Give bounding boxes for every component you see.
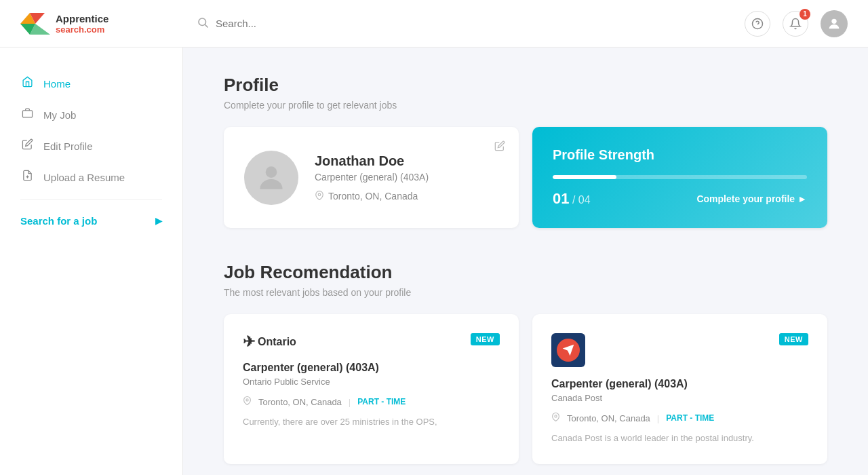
myjob-label: My Job	[43, 109, 76, 121]
job-title-2: Carpenter (general) (403A)	[551, 378, 808, 390]
job-description: Currently, there are over 25 ministries …	[243, 415, 500, 429]
complete-profile-link[interactable]: Complete your profile ►	[696, 193, 807, 204]
job-type-2: PART - TIME	[666, 413, 714, 423]
strength-progress-fill	[553, 175, 616, 179]
svg-point-8	[831, 18, 836, 23]
logo[interactable]: Apprentice search.com	[20, 9, 197, 39]
job-meta-2: Toronto, ON, Canada | PART - TIME	[551, 413, 808, 423]
profile-section: Profile Complete your profile to get rel…	[224, 75, 827, 228]
sidebar-item-searchjob[interactable]: Search for a job ▶	[0, 207, 182, 235]
sidebar-item-uploadresume[interactable]: Upload a Resume	[0, 162, 182, 193]
notifications-button[interactable]: 1	[783, 11, 808, 37]
profile-edit-button[interactable]	[494, 140, 505, 154]
strength-title: Profile Strength	[553, 147, 807, 163]
profile-strength-card: Profile Strength 01 / 04 Complete your p…	[532, 127, 827, 228]
search-input[interactable]	[216, 18, 536, 29]
svg-point-14	[246, 399, 248, 401]
job-location-icon-2	[551, 413, 560, 423]
user-profile-card: Jonathan Doe Carpenter (general) (403A) …	[224, 127, 519, 228]
job-location-icon	[243, 396, 252, 407]
job-title: Carpenter (general) (403A)	[243, 362, 500, 374]
editprofile-label: Edit Profile	[43, 140, 93, 152]
ontario-logo: ✈ Ontario	[243, 333, 296, 351]
jobs-row: ✈ Ontario NEW Carpenter (general) (403A)…	[224, 314, 827, 464]
new-badge-2: NEW	[779, 333, 808, 345]
help-button[interactable]	[745, 11, 770, 37]
sidebar: Home My Job Edit Profile	[0, 48, 183, 475]
strength-footer: 01 / 04 Complete your profile ►	[553, 190, 807, 208]
briefcase-icon	[20, 107, 34, 122]
user-role: Carpenter (general) (403A)	[315, 172, 498, 183]
edit-icon	[20, 138, 34, 153]
main-content: Profile Complete your profile to get rel…	[183, 48, 868, 475]
avatar-icon	[254, 161, 288, 195]
strength-progress-bar	[553, 175, 807, 179]
user-name: Jonathan Doe	[315, 153, 498, 169]
avatar	[244, 151, 298, 205]
file-icon	[20, 170, 34, 185]
layout: Home My Job Edit Profile	[0, 48, 868, 475]
search-container	[197, 16, 536, 31]
canada-post-logo	[551, 333, 585, 367]
job-type: PART - TIME	[357, 397, 406, 406]
arrow-right-icon: ▶	[155, 216, 162, 226]
header-actions: 1	[745, 10, 848, 37]
canada-post-icon	[557, 339, 580, 362]
jobs-subtitle: The most relevant jobs based on your pro…	[224, 287, 827, 298]
profile-row: Jonathan Doe Carpenter (general) (403A) …	[224, 127, 827, 228]
ontario-icon: ✈	[243, 333, 255, 351]
logo-icon	[20, 9, 50, 39]
job-card-canada-post[interactable]: NEW Carpenter (general) (403A) Canada Po…	[532, 314, 827, 464]
sidebar-item-home[interactable]: Home	[0, 68, 182, 99]
location-icon	[315, 191, 324, 202]
logo-text: Apprentice search.com	[56, 13, 108, 35]
job-company: Ontario Public Service	[243, 377, 500, 387]
notification-badge: 1	[800, 9, 810, 20]
svg-point-15	[555, 415, 557, 417]
job-company-2: Canada Post	[551, 393, 808, 403]
profile-title: Profile	[224, 75, 827, 96]
home-label: Home	[43, 78, 71, 90]
svg-rect-9	[22, 111, 32, 117]
svg-point-4	[199, 18, 206, 26]
uploadresume-label: Upload a Resume	[43, 172, 125, 183]
profile-subtitle: Complete your profile to get relevant jo…	[224, 100, 827, 111]
job-card-ontario[interactable]: ✈ Ontario NEW Carpenter (general) (403A)…	[224, 314, 519, 464]
new-badge: NEW	[471, 333, 500, 345]
job-card-header: ✈ Ontario NEW	[243, 333, 500, 351]
svg-point-13	[318, 193, 321, 196]
job-card-header-2: NEW	[551, 333, 808, 367]
arrow-right-icon: ►	[797, 193, 807, 204]
user-location: Toronto, ON, Canada	[315, 191, 498, 202]
jobs-section: Job Recomendation The most relevant jobs…	[224, 262, 827, 464]
svg-point-12	[266, 166, 277, 178]
strength-count: 01 / 04	[553, 190, 591, 208]
search-icon	[197, 16, 209, 31]
sidebar-item-myjob[interactable]: My Job	[0, 99, 182, 130]
profile-info: Jonathan Doe Carpenter (general) (403A) …	[315, 153, 498, 202]
nav-divider	[20, 200, 162, 200]
user-avatar-button[interactable]	[821, 10, 848, 37]
searchjob-label: Search for a job	[20, 215, 97, 227]
header: Apprentice search.com 1	[0, 0, 868, 48]
svg-line-5	[205, 24, 208, 27]
job-meta: Toronto, ON, Canada | PART - TIME	[243, 396, 500, 407]
jobs-title: Job Recomendation	[224, 262, 827, 283]
sidebar-item-editprofile[interactable]: Edit Profile	[0, 130, 182, 162]
home-icon	[20, 76, 34, 91]
job-description-2: Canada Post is a world leader in the pos…	[551, 432, 808, 445]
